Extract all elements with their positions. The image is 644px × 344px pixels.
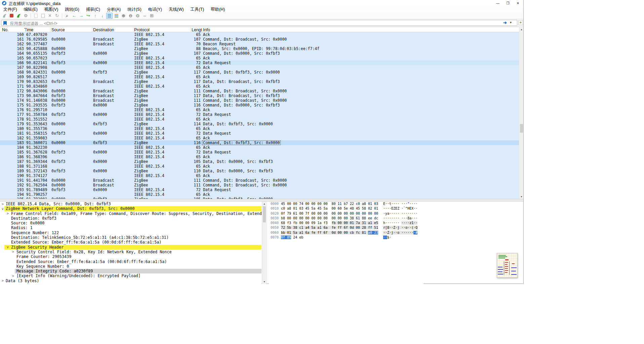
detail-row-2[interactable]: >Frame Control Field: 0x1a09, Frame Type… (0, 211, 261, 216)
packet-row-184[interactable]: 18491.362230IEEE 802.15.465Ack (0, 145, 519, 150)
packet-row-185[interactable]: 18591.3676280xfbf30x0000IEEE 802.15.472D… (0, 150, 519, 155)
detail-row-13[interactable]: Key Sequence Number: 0 (0, 264, 261, 269)
column-header-destination[interactable]: Destination (93, 28, 114, 32)
detail-row-7[interactable]: Destination: TelinkSemico_5b:72:e5:a1:31… (0, 235, 261, 240)
go-to-packet-icon[interactable]: ↪ (85, 13, 91, 19)
packet-row-183[interactable]: 18391.3600710x00000xfbf3ZigBee116Command… (0, 140, 519, 145)
menu-item-4[interactable]: 捕获(C) (83, 6, 104, 12)
numbered-columns-icon[interactable]: ⊞ (149, 13, 155, 19)
menu-item-1[interactable]: 编辑(E) (21, 6, 41, 12)
scroll-down-icon[interactable]: ▼ (262, 280, 267, 284)
packet-row-160[interactable]: 16067.497820IEEE 802.15.465Ack (0, 32, 519, 37)
packet-row-175[interactable]: 17591.2935350xfbf30x0000ZigBee116Command… (0, 103, 519, 108)
hex-row-0070[interactable]: 00700f 89 24 eb··$· (269, 235, 424, 240)
resize-columns-icon[interactable]: ⇔ (142, 13, 148, 19)
packet-row-190[interactable]: 19091.374127IEEE 802.15.465Ack (0, 173, 519, 178)
open-file-icon[interactable] (33, 13, 39, 19)
packet-row-178[interactable]: 17891.351552IEEE 802.15.465Ack (0, 117, 519, 122)
column-header-no[interactable]: No. (2, 28, 8, 32)
hex-row-0020[interactable]: 00200f 79 61 00 7f 00 00 00 00 00 00 00 … (269, 211, 424, 216)
packet-row-177[interactable]: 17791.3507840xfbf30x0000IEEE 802.15.472D… (0, 112, 519, 117)
detail-row-4[interactable]: Source: 0x0000 (0, 221, 261, 225)
packet-row-161[interactable]: 16176.0295850x0000BroadcastZigBee107Comm… (0, 37, 519, 42)
pane-splitter[interactable] (0, 199, 523, 202)
add-filter-button[interactable]: + (518, 20, 523, 25)
scroll-up-icon[interactable]: ▲ (262, 202, 267, 206)
detail-row-11[interactable]: Frame Counter: 29053439 (0, 254, 261, 259)
packet-row-179[interactable]: 17991.3536430x00000xfbf3ZigBee114Data, D… (0, 122, 519, 126)
menu-item-8[interactable]: 无线(W) (165, 6, 187, 12)
go-back-icon[interactable]: ← (71, 13, 77, 19)
packet-row-181[interactable]: 18191.3583150xfbf30x0000IEEE 802.15.472D… (0, 131, 519, 136)
detail-row-15[interactable]: >[Expert Info (Warning/Undecoded): Encry… (0, 273, 261, 278)
collapsed-arrow-icon[interactable]: > (2, 202, 4, 207)
packet-row-168[interactable]: 16890.8243310x00000xfbf3ZigBee117Command… (0, 70, 519, 75)
apply-filter-icon[interactable]: ➔ (503, 20, 507, 25)
packet-row-193[interactable]: 19391.7894890xfbf30x0000IEEE 802.15.472D… (0, 187, 519, 192)
auto-scroll-icon[interactable] (106, 13, 113, 19)
details-hex-divider[interactable] (267, 202, 267, 284)
packet-row-187[interactable]: 18791.3693440xfbf30x0000ZigBee105Data, D… (0, 159, 519, 164)
hex-row-0000[interactable]: 000045 00 00 74 00 00 00 00 80 11 b7 22 … (269, 202, 424, 206)
detail-row-3[interactable]: Destination: 0xfbf3 (0, 216, 261, 221)
collapsed-arrow-icon[interactable]: > (7, 211, 9, 216)
column-header-info[interactable]: Info (203, 28, 210, 32)
detail-row-6[interactable]: Sequence Number: 122 (0, 230, 261, 235)
collapsed-arrow-icon[interactable]: > (12, 274, 14, 278)
packet-row-167[interactable]: 16790.822908IEEE 802.15.465Ack (0, 65, 519, 70)
detail-row-16[interactable]: >Data (3 bytes) (0, 278, 261, 283)
packet-row-166[interactable]: 16690.8221410xfbf30x0000IEEE 802.15.472D… (0, 60, 519, 65)
go-forward-icon[interactable]: → (78, 13, 84, 19)
restore-button[interactable]: ❐ (503, 0, 513, 6)
column-separator[interactable] (25, 28, 26, 32)
packet-row-188[interactable]: 18891.371168IEEE 802.15.465Ack (0, 164, 519, 169)
minimize-button[interactable]: — (493, 0, 503, 6)
expanded-arrow-icon[interactable]: v (7, 245, 9, 250)
details-scroll-thumb[interactable] (263, 206, 266, 222)
packet-row-172[interactable]: 17290.8430060x0000BroadcastZigBee111Comm… (0, 89, 519, 93)
menu-item-3[interactable]: 跳转(G) (62, 6, 83, 12)
packet-row-194[interactable]: 19491.790257IEEE 802.15.465Ack (0, 192, 519, 197)
menu-item-2[interactable]: 视图(V) (41, 6, 62, 12)
detail-row-10[interactable]: >Security Control Field: 0x28, Key Id: N… (0, 250, 261, 254)
hex-row-0060[interactable]: 0060bb 01 5a a1 6a fe ff 6f 0d 00 00 cb … (269, 230, 424, 235)
packet-row-165[interactable]: 16590.657023IEEE 802.15.465Ack (0, 56, 519, 60)
zoom-out-icon[interactable]: ⊖ (127, 13, 134, 19)
column-separator[interactable] (50, 28, 50, 32)
menu-item-9[interactable]: 工具(T) (187, 6, 208, 12)
packet-row-182[interactable]: 18291.359083IEEE 802.15.465Ack (0, 136, 519, 140)
packet-row-176[interactable]: 17691.295710IEEE 802.15.465Ack (0, 108, 519, 112)
column-header-time[interactable]: Time (24, 28, 33, 32)
packet-row-164[interactable]: 16490.6551350xfbf30x0000ZigBee107Command… (0, 51, 519, 56)
menu-item-5[interactable]: 分析(A) (104, 6, 124, 12)
packet-row-173[interactable]: 17390.8476640xfbf3BroadcastZigBee117Data… (0, 93, 519, 98)
packet-row-189[interactable]: 18991.3721430xfbf30x0000ZigBee110Data, D… (0, 169, 519, 173)
packet-row-180[interactable]: 18091.355736IEEE 802.15.465Ack (0, 126, 519, 131)
hex-row-0010[interactable]: 0010c0 a8 01 03 45 5a 45 5a 00 60 5e 48 … (269, 206, 424, 211)
find-packet-icon[interactable]: ⌕ (64, 13, 70, 19)
filter-dropdown-chevron-icon[interactable]: ▾ (510, 20, 512, 24)
detail-row-12[interactable]: Extended Source: Ember_ff:fe:6a:a1:5a (0… (0, 259, 261, 264)
zoom-in-icon[interactable]: ⊕ (120, 13, 127, 19)
detail-row-14[interactable]: Message Integrity Code: a0230f89 (0, 269, 261, 273)
packet-list-header[interactable]: No.TimeSourceDestinationProtocolLengtInf… (0, 27, 519, 32)
stop-capture-icon[interactable] (8, 13, 15, 19)
display-filter-input[interactable]: 应用显示过滤器 ... <Ctrl-/> ➔ ▾ (1, 20, 517, 26)
packet-list-scrollbar[interactable]: ▲ ▼ (519, 27, 523, 199)
schematic-preview-thumbnail[interactable] (497, 253, 518, 278)
zoom-100-icon[interactable]: ⊙ (134, 13, 141, 19)
packet-list-scroll-thumb[interactable] (520, 124, 523, 133)
detail-row-0[interactable]: >IEEE 802.15.4 Data, Src: 0x0000, Dst: 0… (0, 202, 261, 206)
expanded-arrow-icon[interactable]: v (2, 207, 4, 211)
packet-row-169[interactable]: 16990.826517IEEE 802.15.465Ack (0, 75, 519, 79)
start-capture-icon[interactable] (1, 13, 8, 19)
detail-row-5[interactable]: Radius: 1 (0, 225, 261, 230)
capture-options-icon[interactable]: ⚙ (23, 13, 29, 19)
menu-item-10[interactable]: 帮助(H) (207, 6, 228, 12)
scroll-down-icon[interactable]: ▼ (519, 195, 524, 199)
detail-row-9[interactable]: vZigBee Security Header (0, 245, 261, 250)
hex-row-0040[interactable]: 004068 f3 fb 00 00 09 1a f3 fb 00 00 01 … (269, 221, 424, 225)
go-to-last-icon[interactable]: ↓ (99, 13, 106, 19)
packet-row-170[interactable]: 17090.8326530xfbf3BroadcastZigBee117Data… (0, 79, 519, 84)
menu-item-7[interactable]: 电话(Y) (145, 6, 165, 12)
